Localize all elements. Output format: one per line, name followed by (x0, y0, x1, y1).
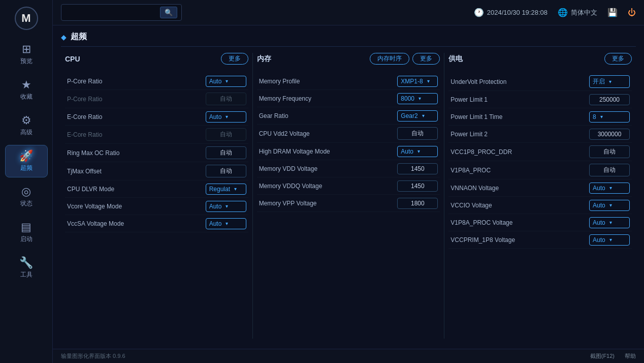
chevron-down-icon: ▾ (234, 186, 237, 192)
vccprim-dropdown[interactable]: Auto ▾ (589, 234, 630, 246)
power-limit2-input[interactable]: 3000000 (589, 129, 630, 140)
chevron-down-icon: ▾ (609, 202, 612, 208)
cpu-dlvr-dropdown[interactable]: Regulat ▾ (206, 184, 246, 195)
search-input[interactable] (66, 9, 157, 16)
power-column: 供电 更多 UnderVolt Protection 开启 ▾ (444, 53, 636, 339)
memory-profile-control: XMP1-8 ▾ (397, 76, 438, 87)
cpu-more-button[interactable]: 更多 (221, 53, 248, 65)
tools-icon: 🔧 (19, 257, 33, 268)
vccio-dropdown[interactable]: Auto ▾ (589, 200, 630, 211)
ring-max-oc-control: 自动 (206, 146, 246, 159)
help-label[interactable]: 帮助 (625, 352, 636, 360)
power-limit1-time-dropdown[interactable]: 8 ▾ (589, 111, 630, 123)
tjmax-offset-input[interactable]: 自动 (206, 165, 246, 177)
chevron-down-icon: ▾ (609, 185, 612, 191)
tjmax-offset-control: 自动 (206, 165, 246, 177)
ring-max-oc-label: Ring Max OC Ratio (67, 149, 206, 157)
datetime-display: 🕐 2024/10/30 19:28:08 (474, 8, 548, 17)
vnnaon-value: Auto (593, 185, 605, 192)
table-row: Ring Max OC Ratio 自动 (65, 144, 248, 162)
chevron-down-icon: ▾ (226, 221, 228, 226)
memory-order-button[interactable]: 内存时序 (370, 53, 409, 65)
datetime-text: 2024/10/30 19:28:08 (487, 9, 548, 16)
cpu-header-buttons: 更多 (221, 53, 248, 65)
page-content: ◆ 超频 CPU 更多 P-Core Ratio Auto (53, 25, 644, 349)
sidebar-item-preview[interactable]: ⊞ 预览 (5, 38, 48, 71)
memory-vdd-control: 1450 (397, 163, 438, 174)
chevron-down-icon: ▾ (609, 79, 611, 84)
v1p8a-proc-input[interactable]: 自动 (589, 164, 630, 176)
power-limit1-label: Power Limit 1 (450, 96, 589, 103)
vccsa-voltage-control: Auto ▾ (206, 218, 246, 229)
sidebar-item-tools[interactable]: 🔧 工具 (5, 252, 48, 284)
ring-max-oc-input[interactable]: 自动 (206, 146, 246, 159)
power-limit1-input[interactable]: 250000 (589, 94, 630, 105)
save-button[interactable]: 💾 (607, 8, 618, 17)
chevron-down-icon: ▾ (609, 237, 612, 243)
screenshot-label[interactable]: 截图(F12) (590, 352, 615, 360)
power-limit1-time-label: Power Limit 1 Time (450, 113, 589, 120)
status-icon: ◎ (21, 186, 31, 197)
memory-vddq-control: 1450 (397, 180, 438, 192)
table-row: Memory VPP Voltage 1800 (257, 195, 440, 212)
vnnaon-control: Auto ▾ (589, 183, 630, 194)
p-core-ratio-value: Auto (209, 78, 222, 85)
vccprim-control: Auto ▾ (589, 234, 630, 246)
memory-more-button[interactable]: 更多 (412, 53, 440, 65)
memory-vpp-input[interactable]: 1800 (397, 198, 438, 209)
sidebar-item-overclock[interactable]: 🚀 超频 (5, 145, 48, 177)
sidebar-item-favorites[interactable]: ★ 收藏 (5, 74, 48, 106)
high-dram-label: High DRAM Voltage Mode (259, 148, 398, 155)
sidebar-item-advanced[interactable]: ⚙ 高级 (5, 109, 48, 142)
memory-vddq-input[interactable]: 1450 (397, 180, 438, 192)
sidebar-item-status[interactable]: ◎ 状态 (5, 180, 48, 213)
cpu-vdd2-input[interactable]: 自动 (397, 127, 438, 140)
v1p8a-proc-label: V1P8A_PROC (450, 167, 589, 174)
main-panel: 🔍 🕐 2024/10/30 19:28:08 🌐 简体中文 💾 ⏻ ◆ 超频 (53, 0, 644, 363)
high-dram-dropdown[interactable]: Auto ▾ (397, 146, 438, 157)
language-text: 简体中文 (571, 8, 597, 17)
undervolt-dropdown[interactable]: 开启 ▾ (589, 75, 630, 88)
cpu-column-header: CPU 更多 (65, 53, 248, 68)
p-core-ratio-dropdown[interactable]: Auto ▾ (206, 76, 246, 87)
vcc1p8-input[interactable]: 自动 (589, 145, 630, 158)
vcore-voltage-dropdown[interactable]: Auto ▾ (206, 201, 246, 212)
table-row: VCCIO Voltage Auto ▾ (448, 197, 632, 214)
boot-icon: ▤ (21, 222, 31, 233)
app-logo: M (13, 5, 40, 32)
power-limit1-time-control: 8 ▾ (589, 111, 630, 123)
chevron-down-icon: ▾ (422, 113, 425, 118)
v1p8a-proc-voltage-dropdown[interactable]: Auto ▾ (589, 217, 630, 228)
e-core-ratio-sub-input: 自动 (206, 128, 246, 141)
search-button[interactable]: 🔍 (160, 7, 177, 18)
power-button[interactable]: ⏻ (628, 8, 636, 17)
e-core-ratio-sub-label: E-Core Ratio (67, 131, 206, 138)
bottom-bar: 输量图形化界面版本 0.9.6 截图(F12) 帮助 (53, 349, 644, 363)
v1p8a-proc-voltage-label: V1P8A_PROC Voltage (450, 219, 589, 226)
vnnaon-dropdown[interactable]: Auto ▾ (589, 183, 630, 194)
settings-columns: CPU 更多 P-Core Ratio Auto ▾ (61, 53, 636, 339)
memory-profile-dropdown[interactable]: XMP1-8 ▾ (397, 76, 438, 87)
sidebar-label-favorites: 收藏 (20, 93, 33, 101)
table-row: VCCPRIM_1P8 Voltage Auto ▾ (448, 231, 632, 249)
p-core-ratio-sub-control: 自动 (206, 93, 246, 105)
clock-icon: 🕐 (474, 8, 484, 17)
memory-vdd-input[interactable]: 1450 (397, 163, 438, 174)
power-more-button[interactable]: 更多 (604, 53, 632, 65)
table-row: UnderVolt Protection 开启 ▾ (448, 73, 632, 91)
topbar: 🔍 🕐 2024/10/30 19:28:08 🌐 简体中文 💾 ⏻ (53, 0, 644, 25)
gear-ratio-dropdown[interactable]: Gear2 ▾ (397, 110, 438, 122)
v1p8a-proc-voltage-value: Auto (593, 219, 605, 226)
memory-frequency-control: 8000 ▾ (397, 93, 438, 104)
breadcrumb-arrow: ◆ (61, 33, 67, 41)
table-row: Gear Ratio Gear2 ▾ (257, 107, 440, 125)
power-limit1-time-value: 8 (593, 113, 596, 120)
language-display[interactable]: 🌐 简体中文 (558, 8, 597, 17)
memory-frequency-dropdown[interactable]: 8000 ▾ (397, 93, 438, 104)
table-row: Memory Frequency 8000 ▾ (257, 90, 440, 107)
vccsa-voltage-dropdown[interactable]: Auto ▾ (206, 218, 246, 229)
e-core-ratio-dropdown[interactable]: Auto ▾ (206, 111, 246, 123)
chevron-down-icon: ▾ (226, 203, 228, 209)
table-row: Memory VDD Voltage 1450 (257, 160, 440, 177)
sidebar-item-boot[interactable]: ▤ 启动 (5, 216, 48, 249)
